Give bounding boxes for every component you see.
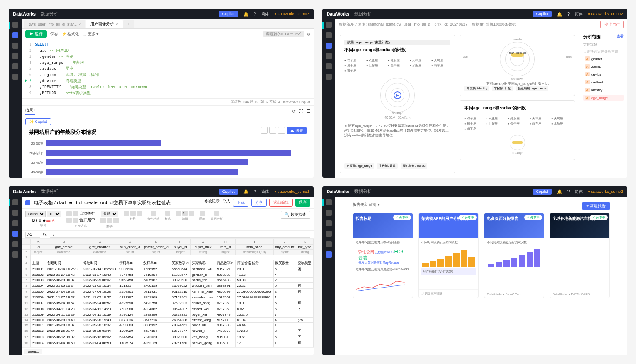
fx-icon[interactable]: ƒx: [43, 232, 47, 237]
run-button[interactable]: ▶ 运行: [25, 30, 47, 38]
align-left-icon[interactable]: [66, 211, 72, 216]
sidebar-chart-icon[interactable]: [12, 53, 18, 59]
sidebar-more-icon[interactable]: [12, 251, 18, 258]
sidebar-sql-icon[interactable]: [12, 210, 18, 216]
help-icon[interactable]: ?: [567, 189, 570, 194]
expand-icon[interactable]: ⛶: [299, 109, 303, 113]
close-icon[interactable]: ×: [116, 22, 118, 26]
download-button[interactable]: 下载: [233, 199, 248, 207]
sidebar-sheet-icon[interactable]: [12, 231, 18, 237]
copilot-button[interactable]: Copilot: [219, 189, 238, 195]
close-icon[interactable]: ×: [79, 22, 81, 26]
import-link[interactable]: 导入: [222, 199, 230, 207]
date-filter[interactable]: 报告更新日期 ▾: [353, 202, 610, 208]
language-switch[interactable]: 简体: [261, 11, 269, 17]
chart-type-icon[interactable]: [261, 127, 268, 134]
copilot-button[interactable]: Copilot: [533, 11, 552, 17]
sidebar-home-icon[interactable]: [12, 22, 18, 28]
exit-button[interactable]: 退出编辑: [269, 199, 293, 207]
bell-icon[interactable]: 🔔: [243, 12, 248, 17]
sidebar-table-icon[interactable]: [326, 241, 332, 247]
fill-color-icon[interactable]: ▬: [46, 218, 50, 222]
sidebar-home-icon[interactable]: [326, 22, 332, 28]
chart-download-icon[interactable]: [278, 127, 285, 134]
size-select[interactable]: 10: [47, 211, 61, 217]
menu-data-analysis[interactable]: 数据分析: [41, 11, 58, 17]
sidebar-chart-icon[interactable]: [326, 231, 332, 237]
chart-save-button[interactable]: ☁ 保存: [287, 127, 307, 134]
history-link[interactable]: 修改记录: [204, 199, 220, 207]
sidebar-search-icon[interactable]: [12, 220, 18, 226]
font-select[interactable]: Calibri: [25, 211, 46, 217]
save-button[interactable]: 保存: [295, 199, 310, 207]
save-button[interactable]: 保存: [50, 31, 58, 37]
copilot-button[interactable]: Copilot: [219, 11, 238, 17]
field-gender[interactable]: Agender: [583, 56, 624, 62]
result-tab-1[interactable]: 结果1: [25, 107, 35, 115]
code-editor[interactable]: 123456▶ 789 SELECT uid -- 用户ID ,gender -…: [22, 40, 314, 98]
sidebar-explore-icon[interactable]: [326, 43, 332, 49]
stop-button[interactable]: 停止运行: [600, 21, 624, 28]
filter-icon[interactable]: ☰: [307, 109, 310, 113]
tab-add[interactable]: +: [123, 20, 134, 28]
help-icon[interactable]: ?: [254, 12, 256, 17]
report-card-2[interactable]: ✓ 分享中电商页面分析报告不同购买数量的页面访问次数DataWorks × Da…: [484, 213, 544, 298]
topbar: DataWorks 数据分析 Copilot 🔔 ? 简体 ♦ datawork…: [9, 9, 314, 19]
sidebar-more-icon[interactable]: [12, 74, 18, 80]
underline-icon[interactable]: U: [39, 218, 42, 222]
help-icon[interactable]: ?: [567, 12, 570, 17]
field-method[interactable]: Amethod: [583, 79, 624, 85]
sidebar-sql-icon[interactable]: [326, 210, 332, 216]
scheduler-badge[interactable]: 调度器(sc_DPE_E2): [263, 31, 304, 37]
sidebar-more-icon[interactable]: [326, 74, 332, 80]
data-explore-button[interactable]: 🔍 数据探查: [281, 211, 310, 219]
chart-edit-icon[interactable]: [269, 127, 276, 134]
sidebar-report-icon[interactable]: [326, 251, 332, 258]
play-icon[interactable]: ▶: [394, 91, 401, 99]
share-button[interactable]: 分享: [251, 199, 267, 207]
sidebar-search-icon[interactable]: [12, 43, 18, 49]
bell-icon[interactable]: 🔔: [557, 189, 562, 194]
refresh-icon[interactable]: ⟳: [292, 109, 296, 113]
formula-input[interactable]: [50, 232, 310, 238]
user-label[interactable]: ♦ dataworks_demo2: [274, 12, 309, 16]
number-format-select[interactable]: 常规: [101, 211, 118, 217]
add-sheet-icon[interactable]: +: [44, 349, 46, 354]
tab-1[interactable]: dws_user_info_all_di_star...×: [24, 20, 85, 28]
sidebar-home-icon[interactable]: [12, 199, 18, 205]
sidebar-chart-icon[interactable]: [326, 53, 332, 59]
settings-icon[interactable]: ⚙: [307, 32, 310, 36]
bold-icon[interactable]: B: [32, 218, 35, 222]
field-age_range[interactable]: Aage_range: [583, 95, 624, 101]
view-button[interactable]: 查看: [617, 34, 624, 40]
sidebar-table-icon[interactable]: [12, 63, 18, 69]
font-color-icon[interactable]: A: [52, 218, 54, 222]
field-zodiac[interactable]: Azodiac: [583, 63, 624, 69]
tab-2[interactable]: 用户画像分析×: [86, 20, 122, 28]
bell-icon[interactable]: 🔔: [557, 12, 562, 17]
report-card-1[interactable]: ✓ 分享中某购物APP的用户分析报告不同时间段的页面访问次数用户购物行为时间趋势…: [418, 213, 479, 298]
sidebar-search-icon[interactable]: [326, 220, 332, 226]
new-report-button[interactable]: + 新建报告: [582, 202, 610, 210]
report-card-0[interactable]: ✓ 分享中报告标题近半年阿里云消费分布–后付金额弹性公网 云数据库RDS ECS…: [353, 213, 413, 298]
copilot-pill[interactable]: ✨ Copilot: [25, 118, 51, 125]
field-identity[interactable]: Aidentity: [583, 87, 624, 93]
cell-name-input[interactable]: [25, 232, 40, 238]
spreadsheet-grid[interactable]: ABCDEFGHIJK1idgmt_creategmt_modifiedsub_…: [22, 239, 314, 347]
align-center-icon[interactable]: [73, 211, 78, 216]
sheet-tab-1[interactable]: Sheet1: [24, 349, 42, 354]
help-icon[interactable]: ?: [254, 189, 256, 194]
more-button[interactable]: ⬚ 更多 ▾: [83, 31, 99, 37]
field-device[interactable]: Adevice: [583, 71, 624, 77]
format-button[interactable]: ⚡ 格式化: [62, 31, 80, 37]
sidebar-table-icon[interactable]: [326, 63, 332, 69]
sidebar-home-icon[interactable]: [326, 199, 332, 205]
sidebar-sql-icon[interactable]: [12, 32, 18, 38]
bell-icon[interactable]: 🔔: [243, 189, 248, 194]
report-card-3[interactable]: ✓ 分享中全球各地新能源汽车报告DataWorks × DATAV.CARD: [550, 213, 610, 298]
strike-icon[interactable]: S: [43, 218, 45, 222]
italic-icon[interactable]: I: [36, 218, 37, 222]
sidebar-sql-icon[interactable]: [326, 32, 332, 38]
copilot-button[interactable]: Copilot: [533, 189, 552, 195]
sidebar-chart-icon[interactable]: [12, 241, 18, 247]
